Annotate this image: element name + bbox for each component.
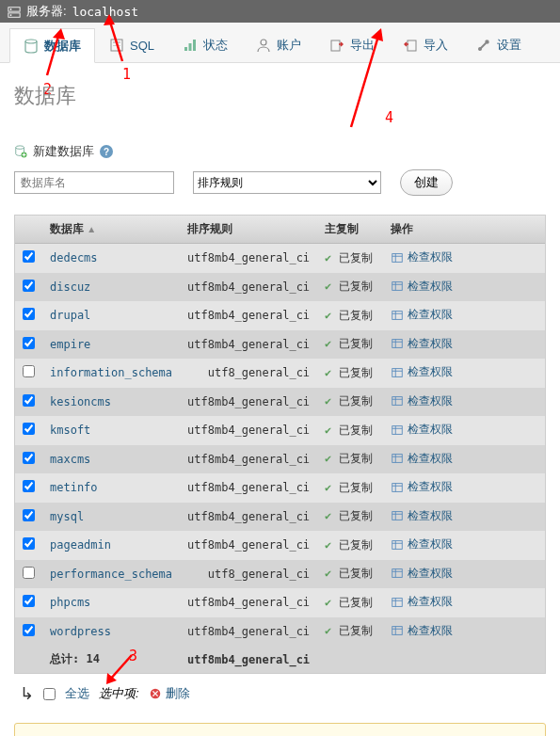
- check-privileges-link[interactable]: 检查权限: [391, 594, 453, 610]
- header-collation[interactable]: 排序规则: [180, 216, 317, 244]
- row-checkbox[interactable]: [23, 509, 35, 521]
- database-link[interactable]: empire: [50, 338, 90, 351]
- header-database[interactable]: 数据库 ▲: [42, 216, 180, 244]
- tab-label: 状态: [203, 37, 228, 54]
- replicated-label: 已复制: [339, 596, 373, 609]
- table-row: metinfoutf8mb4_general_ci✔ 已复制检查权限: [15, 473, 545, 503]
- replicated-label: 已复制: [339, 280, 373, 293]
- check-icon: ✔: [325, 280, 331, 293]
- replicated-label: 已复制: [339, 424, 373, 437]
- select-all-checkbox[interactable]: [43, 688, 56, 700]
- replicated-label: 已复制: [339, 366, 373, 379]
- svg-rect-26: [392, 282, 403, 291]
- database-link[interactable]: kesioncms: [50, 395, 111, 408]
- row-checkbox[interactable]: [23, 365, 35, 377]
- check-privileges-link[interactable]: 检查权限: [391, 422, 453, 438]
- check-icon: ✔: [325, 452, 331, 465]
- check-privileges-link[interactable]: 检查权限: [391, 249, 453, 265]
- replicated-label: 已复制: [339, 509, 373, 522]
- server-bar: 服务器: localhost: [0, 0, 560, 23]
- tab-sql[interactable]: SQL: [95, 28, 168, 62]
- row-checkbox[interactable]: [23, 337, 35, 349]
- check-icon: ✔: [325, 337, 331, 350]
- check-icon: ✔: [325, 251, 331, 264]
- row-checkbox[interactable]: [23, 537, 35, 550]
- database-link[interactable]: drupal: [50, 309, 90, 322]
- sql-icon: [109, 38, 124, 53]
- row-checkbox[interactable]: [23, 595, 35, 607]
- svg-rect-59: [392, 598, 403, 606]
- check-privileges-link[interactable]: 检查权限: [391, 508, 453, 524]
- help-icon[interactable]: ?: [100, 145, 113, 158]
- table-row: mysqlutf8mb4_general_ci✔ 已复制检查权限: [15, 503, 545, 532]
- svg-point-21: [16, 146, 24, 150]
- check-privileges-link[interactable]: 检查权限: [391, 566, 453, 582]
- row-checkbox[interactable]: [23, 250, 35, 263]
- check-privileges-link[interactable]: 检查权限: [391, 451, 453, 467]
- header-replication[interactable]: 主复制: [317, 216, 383, 244]
- tab-label: SQL: [130, 39, 154, 53]
- database-link[interactable]: maxcms: [50, 453, 90, 466]
- total-label: 总计:: [50, 652, 79, 665]
- database-link[interactable]: wordpress: [50, 625, 111, 638]
- database-name-input[interactable]: [14, 171, 174, 194]
- replicated-label: 已复制: [339, 538, 373, 552]
- row-checkbox[interactable]: [23, 280, 35, 292]
- check-privileges-link[interactable]: 检查权限: [391, 307, 453, 323]
- create-button[interactable]: 创建: [400, 169, 453, 196]
- check-privileges-link[interactable]: 检查权限: [391, 279, 453, 295]
- tab-import[interactable]: 导入: [389, 28, 462, 62]
- database-link[interactable]: information_schema: [50, 366, 172, 379]
- row-checkbox[interactable]: [23, 452, 35, 464]
- privileges-icon: [391, 567, 404, 580]
- database-icon: [24, 39, 39, 54]
- check-privileges-link[interactable]: 检查权限: [391, 364, 453, 380]
- check-icon: ✔: [325, 538, 331, 552]
- privileges-icon: [391, 509, 404, 522]
- row-checkbox[interactable]: [23, 308, 35, 320]
- check-privileges-link[interactable]: 检查权限: [391, 479, 453, 495]
- tab-accounts[interactable]: 账户: [242, 28, 315, 62]
- replicated-label: 已复制: [339, 394, 373, 408]
- row-checkbox[interactable]: [23, 567, 35, 579]
- database-link[interactable]: mysql: [50, 510, 84, 523]
- database-link[interactable]: performance_schema: [50, 568, 172, 581]
- database-link[interactable]: discuz: [50, 280, 90, 294]
- row-collation: utf8mb4_general_ci: [180, 473, 317, 503]
- tab-settings[interactable]: 设置: [462, 28, 536, 62]
- tab-status[interactable]: 状态: [168, 28, 242, 62]
- collation-select[interactable]: 排序规则: [193, 171, 381, 194]
- svg-rect-23: [392, 253, 403, 262]
- tab-export[interactable]: 导出: [315, 28, 389, 62]
- check-privileges-link[interactable]: 检查权限: [391, 623, 453, 639]
- database-link[interactable]: phpcms: [50, 596, 90, 609]
- privileges-icon: [391, 424, 404, 437]
- delete-button[interactable]: 删除: [149, 685, 190, 702]
- table-row: wordpressutf8mb4_general_ci✔ 已复制检查权限: [15, 617, 545, 647]
- tab-label: 数据库: [44, 38, 81, 55]
- create-database-section: 新建数据库 ? 排序规则 创建: [14, 143, 546, 196]
- row-collation: utf8mb4_general_ci: [180, 244, 317, 273]
- check-privileges-link[interactable]: 检查权限: [391, 336, 453, 352]
- row-checkbox[interactable]: [23, 480, 35, 492]
- svg-rect-35: [392, 368, 403, 376]
- table-row: kmsoftutf8mb4_general_ci✔ 已复制检查权限: [15, 416, 545, 445]
- database-link[interactable]: kmsoft: [50, 424, 90, 437]
- row-checkbox[interactable]: [23, 624, 35, 636]
- content-area: 数据库 新建数据库 ? 排序规则 创建 数据库 ▲ 排序规则: [0, 63, 560, 736]
- privileges-icon: [391, 251, 404, 264]
- select-all-link[interactable]: 全选: [65, 685, 89, 702]
- database-link[interactable]: dedecms: [50, 251, 98, 264]
- check-privileges-link[interactable]: 检查权限: [391, 393, 453, 409]
- row-checkbox[interactable]: [23, 423, 35, 435]
- row-collation: utf8mb4_general_ci: [180, 588, 317, 617]
- database-link[interactable]: pageadmin: [50, 538, 111, 552]
- tab-label: 导出: [350, 37, 375, 54]
- database-link[interactable]: metinfo: [50, 481, 98, 494]
- status-icon: [183, 38, 198, 53]
- check-privileges-link[interactable]: 检查权限: [391, 536, 453, 552]
- header-checkbox: [15, 216, 42, 244]
- row-checkbox[interactable]: [23, 394, 35, 407]
- tab-database[interactable]: 数据库: [9, 28, 95, 63]
- privileges-icon: [391, 481, 404, 494]
